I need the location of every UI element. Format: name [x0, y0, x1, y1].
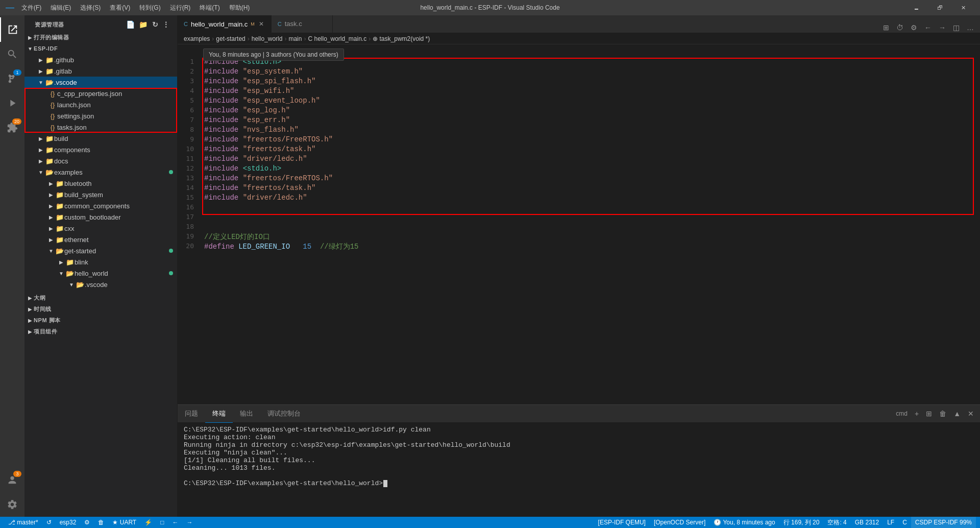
terminal-delete-icon[interactable]: 🗑	[937, 409, 948, 419]
timeline-section[interactable]: ▶ 时间线	[24, 303, 177, 315]
status-target[interactable]: esp32	[56, 517, 81, 528]
status-sync[interactable]: ↺	[42, 517, 56, 528]
project-section[interactable]: ▶ 项目组件	[24, 326, 177, 337]
new-file-icon[interactable]: 📄	[125, 19, 136, 30]
npm-section[interactable]: ▶ NPM 脚本	[24, 315, 177, 326]
tab-task[interactable]: C task.c	[272, 15, 333, 33]
go-back-icon[interactable]: ←	[922, 22, 934, 33]
tab-close-main[interactable]: ✕	[258, 19, 265, 29]
status-spaces[interactable]: 空格: 4	[823, 517, 850, 528]
tree-item-github[interactable]: ▶ 📁 .github	[24, 54, 177, 65]
terminal-new-icon[interactable]: +	[913, 409, 921, 419]
tree-item-common-components[interactable]: ▶ 📁 common_components	[24, 200, 177, 211]
tree-item-build-system[interactable]: ▶ 📁 build_system	[24, 189, 177, 200]
activity-extensions[interactable]: 20	[0, 115, 24, 140]
activity-account[interactable]: 3	[0, 468, 24, 492]
tree-item-components[interactable]: ▶ 📁 components	[24, 144, 177, 155]
activity-source-control[interactable]: 1	[0, 66, 24, 91]
tree-item-ethernet[interactable]: ▶ 📁 ethernet	[24, 234, 177, 245]
menu-view[interactable]: 查看(V)	[106, 3, 134, 13]
terminal-close-icon[interactable]: ✕	[966, 409, 976, 419]
menu-goto[interactable]: 转到(G)	[135, 3, 164, 13]
minimize-button[interactable]: 🗕	[904, 0, 928, 15]
status-lf[interactable]: LF	[883, 517, 898, 528]
breadcrumb-function[interactable]: ⊕ task_pwm2(void *)	[373, 35, 430, 42]
breadcrumb-get-started[interactable]: get-started	[216, 35, 245, 42]
menu-edit[interactable]: 编辑(E)	[46, 3, 75, 13]
panel-tab-output[interactable]: 输出	[233, 405, 260, 423]
code-editor[interactable]: You, 8 minutes ago | 3 authors (You and …	[178, 44, 980, 404]
tree-item-gitlab[interactable]: ▶ 📁 .gitlab	[24, 65, 177, 77]
tree-item-docs[interactable]: ▶ 📁 docs	[24, 155, 177, 166]
status-encoding[interactable]: GB 2312	[851, 517, 883, 528]
tree-item-cpp-properties[interactable]: {} c_cpp_properties.json	[24, 88, 177, 99]
status-line-col[interactable]: 行 169, 列 20	[779, 517, 824, 528]
menu-run[interactable]: 运行(R)	[166, 3, 195, 13]
terminal-split-icon[interactable]: ⊞	[924, 409, 934, 419]
code-line-17: 17	[178, 213, 980, 223]
tree-item-launch[interactable]: {} launch.json	[24, 99, 177, 110]
outline-section[interactable]: ▶ 大纲	[24, 292, 177, 303]
status-monitor-icon[interactable]: □	[156, 517, 168, 528]
breadcrumb-main[interactable]: main	[288, 35, 302, 42]
panel-tab-debug[interactable]: 调试控制台	[260, 405, 308, 423]
status-arrow-right[interactable]: →	[182, 517, 197, 528]
go-forward-icon[interactable]: →	[937, 22, 948, 33]
tree-item-bluetooth[interactable]: ▶ 📁 bluetooth	[24, 178, 177, 189]
refresh-icon[interactable]: ↻	[151, 19, 160, 30]
tree-item-settings[interactable]: {} settings.json	[24, 110, 177, 122]
menu-select[interactable]: 选择(S)	[76, 3, 105, 13]
tab-modified-main: M	[251, 21, 255, 27]
activity-settings[interactable]	[0, 492, 24, 517]
tree-item-examples[interactable]: ▼ 📂 examples	[24, 166, 177, 178]
status-delete-icon[interactable]: 🗑	[94, 517, 108, 528]
status-settings-icon[interactable]: ⚙	[80, 517, 94, 528]
get-started-modified-dot	[169, 249, 173, 253]
open-editors-section[interactable]: ▶ 打开的编辑器	[24, 32, 177, 43]
examples-modified-dot	[169, 170, 173, 174]
tree-item-build[interactable]: ▶ 📁 build	[24, 133, 177, 144]
activity-search[interactable]	[0, 42, 24, 66]
menu-help[interactable]: 帮助(H)	[225, 3, 254, 13]
tree-item-hw-vscode[interactable]: ▼ 📂 .vscode	[24, 279, 177, 290]
new-folder-icon[interactable]: 📁	[138, 19, 149, 30]
status-arrow-left[interactable]: ←	[168, 517, 182, 528]
status-flash-icon[interactable]: ⚡	[140, 517, 156, 528]
status-esp-idf[interactable]: CSDP ESP-IDF 99%	[911, 517, 976, 528]
esp-idf-section[interactable]: ▼ ESP-IDF	[24, 43, 177, 54]
panel-tab-terminal[interactable]: 终端	[205, 405, 233, 423]
sync-changes-icon[interactable]: ⚙	[909, 22, 919, 33]
tree-item-hello-world[interactable]: ▼ 📂 hello_world	[24, 268, 177, 279]
tab-hello-world-main[interactable]: C hello_world_main.c M ✕	[178, 15, 272, 33]
status-qemu[interactable]: [ESP-IDF QEMU]	[594, 517, 650, 528]
activity-run[interactable]	[0, 91, 24, 115]
status-branch[interactable]: ⎇ master*	[4, 517, 42, 528]
tree-item-custom-bootloader[interactable]: ▶ 📁 custom_bootloader	[24, 211, 177, 223]
git-history-icon[interactable]: ⏱	[894, 22, 905, 33]
tree-item-tasks[interactable]: {} tasks.json	[24, 122, 177, 133]
tree-item-cxx[interactable]: ▶ 📁 cxx	[24, 223, 177, 234]
breadcrumb-examples[interactable]: examples	[184, 35, 210, 42]
terminal-content[interactable]: C:\ESP32\ESP-IDF\examples\get-started\he…	[178, 423, 980, 517]
more-actions-icon[interactable]: …	[965, 22, 976, 33]
tree-item-vscode[interactable]: ▼ 📂 .vscode	[24, 77, 177, 88]
menu-file[interactable]: 文件(F)	[17, 3, 45, 13]
menu-terminal[interactable]: 终端(T)	[195, 3, 224, 13]
status-uart[interactable]: ★ UART	[108, 517, 140, 528]
activity-explorer[interactable]	[0, 17, 24, 42]
terminal-maximize-icon[interactable]: ▲	[951, 409, 963, 419]
tree-item-get-started[interactable]: ▼ 📂 get-started	[24, 245, 177, 256]
split-editor-icon[interactable]: ⊞	[881, 22, 891, 33]
breadcrumb-file[interactable]: C hello_world_main.c	[308, 35, 366, 42]
collapse-icon[interactable]: ⋮	[161, 19, 171, 30]
panel-tab-problems[interactable]: 问题	[178, 405, 205, 423]
line-num-3: 3	[178, 77, 202, 87]
restore-button[interactable]: 🗗	[928, 0, 951, 15]
close-button[interactable]: ✕	[951, 0, 975, 15]
tree-item-blink[interactable]: ▶ 📁 blink	[24, 256, 177, 268]
status-time[interactable]: 🕐 You, 8 minutes ago	[709, 517, 779, 528]
open-changes-icon[interactable]: ◫	[951, 22, 962, 33]
breadcrumb-hello-world[interactable]: hello_world	[252, 35, 283, 42]
status-lang[interactable]: C	[898, 517, 911, 528]
status-openocd[interactable]: [OpenOCD Server]	[650, 517, 709, 528]
